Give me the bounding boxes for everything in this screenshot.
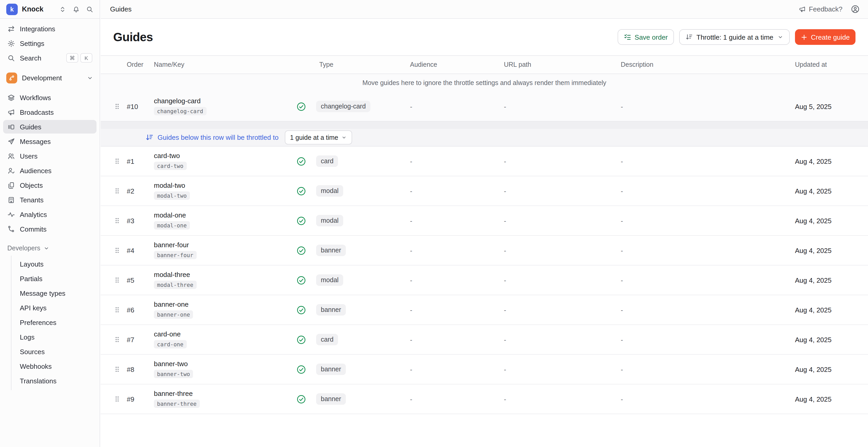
drag-handle[interactable]: [110, 336, 124, 343]
sidebar-item-layouts[interactable]: Layouts: [11, 257, 96, 271]
sidebar-item-objects[interactable]: Objects: [3, 179, 96, 192]
drag-dots-icon: [114, 158, 120, 165]
sidebar-item-audiences[interactable]: Audiences: [3, 164, 96, 177]
sidebar-item-label: Settings: [20, 39, 44, 47]
throttle-amount-select[interactable]: 1 guide at a time: [285, 130, 352, 145]
search-icon: [7, 54, 15, 62]
guide-name: modal-three: [154, 271, 289, 278]
sidebar-item-translations[interactable]: Translations: [11, 374, 96, 388]
unthrottled-section: Move guides here to ignore the throttle …: [101, 74, 868, 122]
commit-path-icon: [7, 225, 15, 233]
table-row[interactable]: #8 banner-two banner-two banner - - - Au…: [101, 355, 868, 384]
sidebar-item-logs[interactable]: Logs: [11, 330, 96, 344]
guide-order: #9: [124, 395, 152, 403]
page-title: Guides: [113, 30, 153, 44]
table-row[interactable]: #9 banner-three banner-three banner - - …: [101, 384, 868, 414]
guide-updated-at: Aug 4, 2025: [793, 306, 868, 314]
drag-dots-icon: [114, 187, 120, 195]
sort-descending-icon: [685, 33, 693, 41]
guide-description: -: [621, 336, 793, 344]
guide-order: #7: [124, 336, 152, 344]
developers-section-toggle[interactable]: Developers: [3, 242, 96, 255]
drag-handle[interactable]: [110, 158, 124, 165]
sidebar-item-partials[interactable]: Partials: [11, 271, 96, 286]
guide-type-badge: modal: [316, 215, 343, 227]
sidebar-item-users[interactable]: Users: [3, 149, 96, 163]
feedback-button[interactable]: Feedback?: [798, 5, 842, 13]
guide-name: modal-two: [154, 182, 289, 189]
drag-handle[interactable]: [110, 277, 124, 284]
status-check-circle-icon: [296, 394, 306, 404]
guide-status: [289, 246, 313, 255]
sidebar-item-tenants[interactable]: Tenants: [3, 193, 96, 206]
breadcrumb[interactable]: Guides: [110, 5, 131, 13]
sidebar-item-settings[interactable]: Settings: [3, 36, 96, 50]
notifications-button[interactable]: [71, 4, 81, 14]
search-shortcut: ⌘ K: [66, 53, 92, 63]
drag-handle[interactable]: [110, 247, 124, 254]
sidebar-item-guides[interactable]: Guides: [3, 120, 96, 133]
drag-handle[interactable]: [110, 217, 124, 224]
guide-order: #8: [124, 365, 152, 373]
user-avatar-icon[interactable]: [851, 5, 860, 13]
sidebar-item-webhooks[interactable]: Webhooks: [11, 359, 96, 374]
guide-name: banner-one: [154, 301, 289, 308]
guide-key-badge: changelog-card: [154, 107, 206, 116]
sidebar-item-workflows[interactable]: Workflows: [3, 91, 96, 104]
sidebar-item-api-keys[interactable]: API keys: [11, 300, 96, 315]
sidebar-item-label: Webhooks: [20, 362, 52, 370]
checklist-icon: [624, 33, 631, 41]
workspace-switcher-button[interactable]: [58, 4, 67, 14]
guide-description: -: [621, 306, 793, 314]
table-row[interactable]: #7 card-one card-one card - - - Aug 4, 2…: [101, 325, 868, 355]
sidebar-item-messages[interactable]: Messages: [3, 134, 96, 148]
throttled-section: #1 card-two card-two card - - - Aug 4, 2…: [101, 147, 868, 414]
guide-type-badge: modal: [316, 185, 343, 197]
sidebar-item-sources[interactable]: Sources: [11, 344, 96, 359]
table-row[interactable]: #3 modal-one modal-one modal - - - Aug 4…: [101, 206, 868, 236]
megaphone-icon: [7, 108, 15, 116]
create-guide-button[interactable]: Create guide: [795, 29, 856, 45]
throttle-divider-row: Guides below this row will be throttled …: [101, 129, 868, 147]
sidebar-item-message-types[interactable]: Message types: [11, 286, 96, 300]
guide-status: [289, 186, 313, 196]
guide-type-badge: changelog-card: [316, 101, 370, 113]
save-order-button[interactable]: Save order: [617, 29, 674, 45]
throttle-setting-button[interactable]: Throttle: 1 guide at a time: [679, 29, 789, 45]
sidebar-item-integrations[interactable]: Integrations: [3, 22, 96, 35]
drag-dots-icon: [114, 365, 120, 373]
sidebar-item-search[interactable]: Search ⌘ K: [3, 51, 96, 65]
create-guide-label: Create guide: [811, 33, 850, 41]
sidebar-header: k Knock: [0, 0, 100, 19]
search-button[interactable]: [85, 4, 94, 14]
developers-sub-list: Layouts Partials Message types API keys …: [11, 256, 100, 390]
guide-url-path: -: [504, 247, 621, 254]
status-check-circle-icon: [296, 101, 306, 111]
sidebar-item-broadcasts[interactable]: Broadcasts: [3, 105, 96, 119]
drag-handle[interactable]: [110, 395, 124, 403]
drag-dots-icon: [114, 395, 120, 403]
chevron-down-icon: [777, 34, 783, 40]
drag-handle[interactable]: [110, 103, 124, 110]
sidebar-item-commits[interactable]: Commits: [3, 222, 96, 236]
table-row[interactable]: #2 modal-two modal-two modal - - - Aug 4…: [101, 176, 868, 206]
sidebar-item-analytics[interactable]: Analytics: [3, 207, 96, 221]
drag-handle[interactable]: [110, 187, 124, 195]
table-row[interactable]: #1 card-two card-two card - - - Aug 4, 2…: [101, 147, 868, 176]
guide-name-key: modal-three modal-three: [152, 271, 289, 289]
guide-name-key: banner-three banner-three: [152, 390, 289, 408]
guide-updated-at: Aug 4, 2025: [793, 157, 868, 165]
guide-audience: -: [410, 306, 504, 314]
table-row[interactable]: #6 banner-one banner-one banner - - - Au…: [101, 295, 868, 325]
table-row[interactable]: #4 banner-four banner-four banner - - - …: [101, 236, 868, 265]
guide-type-badge: card: [316, 155, 338, 167]
environment-switcher[interactable]: Development: [3, 70, 96, 86]
branch-icon: [8, 74, 15, 81]
table-row[interactable]: #10 changelog-card changelog-card change…: [101, 92, 868, 121]
drag-handle[interactable]: [110, 365, 124, 373]
sidebar-item-preferences[interactable]: Preferences: [11, 315, 96, 330]
drag-handle[interactable]: [110, 306, 124, 314]
knock-logo[interactable]: k: [6, 3, 18, 15]
guide-type-badge: banner: [316, 245, 346, 256]
table-row[interactable]: #5 modal-three modal-three modal - - - A…: [101, 265, 868, 295]
